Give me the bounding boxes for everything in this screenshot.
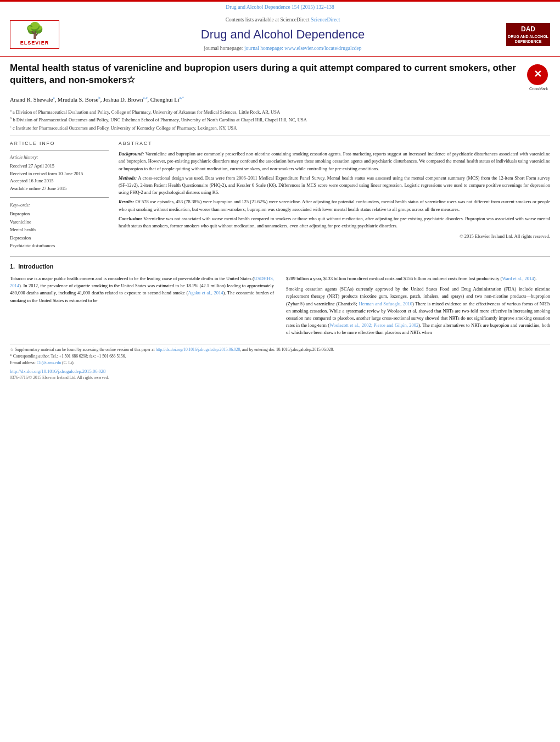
journal-reference: Drug and Alcohol Dependence 154 (2015) 1… bbox=[226, 4, 334, 10]
keywords-label: Keywords: bbox=[10, 202, 109, 209]
sciencedirect-link[interactable]: ScienceDirect bbox=[311, 17, 340, 23]
crossmark-icon[interactable]: ✕ CrossMark bbox=[527, 64, 550, 92]
issn-line: 0376-8716/© 2015 Elsevier Ireland Ltd. A… bbox=[10, 375, 550, 381]
journal-logo-text-line1: DRUG AND ALCOHOL bbox=[508, 35, 548, 38]
conclusion-text: Varenicline was not associated with wors… bbox=[119, 216, 550, 228]
thin-divider bbox=[10, 150, 109, 151]
available-date: Available online 27 June 2015 bbox=[10, 185, 109, 193]
left-column: ARTICLE INFO Article history: Received 2… bbox=[10, 141, 109, 249]
article-info-abstract: ARTICLE INFO Article history: Received 2… bbox=[10, 141, 550, 249]
intro-left-text: Tobacco use is a major public health con… bbox=[10, 275, 274, 304]
elsevier-logo-box: 🌳 ELSEVIER bbox=[10, 20, 59, 49]
elsevier-logo: 🌳 ELSEVIER bbox=[10, 20, 59, 49]
doi-link[interactable]: http://dx.doi.org/10.1016/j.drugalcdep.2… bbox=[10, 369, 105, 374]
corresponding-footnote: * Corresponding author. Tel.: +1 501 686… bbox=[10, 353, 550, 360]
accepted-date: Accepted 16 June 2015 bbox=[10, 177, 109, 185]
intro-two-col: Tobacco use is a major public health con… bbox=[10, 275, 550, 336]
results-text: Of 578 use episodes, 453 (78.38%) were b… bbox=[119, 199, 550, 211]
section-divider bbox=[10, 136, 550, 136]
homepage-link[interactable]: journal homepage: www.elsevier.com/locat… bbox=[244, 46, 362, 51]
elsevier-tree-icon: 🌳 bbox=[14, 23, 55, 38]
intro-number: 1. bbox=[10, 263, 15, 270]
crossmark-circle: ✕ bbox=[527, 64, 548, 85]
intro-right-col: $289 billion a year, $133 billion from d… bbox=[286, 275, 550, 336]
intro-left-col: Tobacco use is a major public health con… bbox=[10, 275, 274, 336]
title-section: Mental health status of varenicline and … bbox=[10, 62, 550, 92]
intro-heading: 1. Introduction bbox=[10, 263, 550, 271]
journal-logo-box: DAD DRUG AND ALCOHOL DEPENDENCE bbox=[506, 23, 550, 46]
affiliations: a a Division of Pharmaceutical Evaluatio… bbox=[10, 108, 550, 132]
abstract-text: Background: Varenicline and bupropion ar… bbox=[119, 150, 550, 240]
sup-ac: a,c bbox=[143, 96, 148, 100]
sup-a: a bbox=[53, 96, 54, 100]
keywords-divider bbox=[10, 197, 109, 198]
abstract-background: Background: Varenicline and bupropion ar… bbox=[119, 150, 550, 172]
top-bar: Drug and Alcohol Dependence 154 (2015) 1… bbox=[0, 2, 560, 12]
intro-right-text-2: Smoking cessation agents (SCAs) currentl… bbox=[286, 286, 550, 336]
header-section: 🌳 ELSEVIER Contents lists available at S… bbox=[0, 12, 560, 56]
abstract-conclusion: Conclusion: Varenicline was not associat… bbox=[119, 215, 550, 230]
aff-sup-c: c bbox=[10, 124, 12, 128]
keyword-depression: Depression bbox=[10, 234, 109, 242]
journal-logo-text-line2: DEPENDENCE bbox=[515, 40, 542, 43]
history-label: Article history: bbox=[10, 154, 109, 161]
affiliation-c: c c Institute for Pharmaceutical Outcome… bbox=[10, 124, 550, 132]
keywords-section: Keywords: Bupropion Varenicline Mental h… bbox=[10, 202, 109, 250]
sciencedirect-line: Contents lists available at ScienceDirec… bbox=[65, 16, 501, 24]
intro-right-text: $289 billion a year, $133 billion from d… bbox=[286, 275, 550, 282]
herman-link[interactable]: Herman and Sofuoglu, 2010 bbox=[359, 301, 412, 306]
doi-line: http://dx.doi.org/10.1016/j.drugalcdep.2… bbox=[10, 369, 550, 375]
article-info-heading: ARTICLE INFO bbox=[10, 141, 109, 147]
abstract-heading: ABSTRACT bbox=[119, 141, 550, 147]
journal-title: Drug and Alcohol Dependence bbox=[65, 26, 501, 43]
methods-label: Methods: bbox=[119, 175, 137, 181]
journal-logo-inner: DAD DRUG AND ALCOHOL DEPENDENCE bbox=[506, 23, 550, 46]
results-label: Results: bbox=[119, 199, 134, 204]
email-link[interactable]: Cli@uams.edu bbox=[37, 360, 61, 365]
right-column: ABSTRACT Background: Varenicline and bup… bbox=[119, 141, 550, 249]
received-date: Received 27 April 2015 bbox=[10, 163, 109, 170]
journal-homepage: journal homepage: journal homepage: www.… bbox=[65, 45, 501, 52]
article-title: Mental health status of varenicline and … bbox=[10, 62, 527, 86]
agaku-link[interactable]: Agaku et al., 2014 bbox=[188, 290, 223, 295]
background-label: Background: bbox=[119, 151, 144, 157]
abstract-methods: Methods: A cross-sectional design was us… bbox=[119, 175, 550, 197]
star-footnote: ☆ Supplementary material can be found by… bbox=[10, 347, 550, 353]
revised-date: Received in revised form 10 June 2015 bbox=[10, 170, 109, 178]
keyword-bupropion: Bupropion bbox=[10, 210, 109, 217]
keyword-psychiatric: Psychiatric disturbances bbox=[10, 242, 109, 249]
footnotes-section: ☆ Supplementary material can be found by… bbox=[10, 344, 550, 381]
keyword-mental-health: Mental health bbox=[10, 226, 109, 233]
ward-link[interactable]: Ward et al., 2014 bbox=[502, 276, 534, 281]
abstract-results: Results: Of 578 use episodes, 453 (78.38… bbox=[119, 198, 550, 213]
affiliation-b: b b Division of Pharmaceutical Outcomes … bbox=[10, 115, 550, 124]
aff-sup-a: a bbox=[10, 108, 12, 112]
background-text: Varenicline and bupropion are commonly p… bbox=[119, 151, 550, 171]
email-footnote: E-mail address: Cli@uams.edu (C. Li). bbox=[10, 360, 550, 366]
journal-logo-letters: DAD bbox=[508, 25, 548, 34]
woolacott-link[interactable]: Woolacott et al., 2002; Pierce and Gilpi… bbox=[329, 322, 418, 328]
aff-sup-b: b bbox=[10, 116, 12, 120]
methods-text: A cross-sectional design was used. Data … bbox=[119, 175, 550, 195]
crossmark-label: CrossMark bbox=[527, 86, 550, 92]
supp-link[interactable]: http://dx.doi.org/10.1016/j.drugalcdep.2… bbox=[155, 347, 240, 352]
header-center: Contents lists available at ScienceDirec… bbox=[59, 16, 506, 52]
copyright-line: © 2015 Elsevier Ireland Ltd. All rights … bbox=[119, 233, 550, 240]
sup-b: b bbox=[98, 96, 100, 100]
email-label: E-mail address: bbox=[10, 360, 37, 365]
and-text: and bbox=[242, 347, 248, 352]
conclusion-label: Conclusion: bbox=[119, 216, 142, 221]
sup-a-star: a,* bbox=[180, 96, 184, 100]
affiliation-a: a a Division of Pharmaceutical Evaluatio… bbox=[10, 108, 550, 116]
bottom-section: 1. Introduction Tobacco use is a major p… bbox=[10, 256, 550, 337]
main-content: Mental health status of varenicline and … bbox=[0, 57, 560, 387]
elsevier-label: ELSEVIER bbox=[14, 40, 55, 47]
page-wrapper: Drug and Alcohol Dependence 154 (2015) 1… bbox=[0, 0, 560, 387]
keyword-varenicline: Varenicline bbox=[10, 218, 109, 226]
usdhhs-link[interactable]: USDHHS, 2014 bbox=[10, 276, 274, 288]
authors-line: Anand R. Shewalea, Mrudula S. Borseb, Jo… bbox=[10, 96, 550, 104]
article-dates: Received 27 April 2015 Received in revis… bbox=[10, 163, 109, 192]
intro-title: Introduction bbox=[18, 263, 53, 270]
